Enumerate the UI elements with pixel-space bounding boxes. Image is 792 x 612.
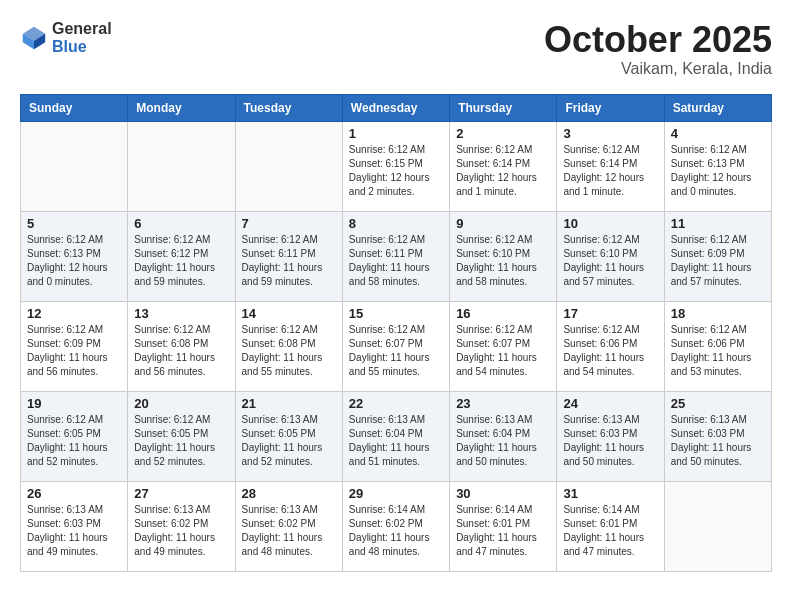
month-title: October 2025 [544, 20, 772, 60]
day-info: Sunrise: 6:12 AMSunset: 6:05 PMDaylight:… [27, 413, 121, 469]
calendar-header-sunday: Sunday [21, 94, 128, 121]
calendar-cell: 25Sunrise: 6:13 AMSunset: 6:03 PMDayligh… [664, 391, 771, 481]
calendar-cell [664, 481, 771, 571]
calendar-week-row: 19Sunrise: 6:12 AMSunset: 6:05 PMDayligh… [21, 391, 772, 481]
calendar-header-saturday: Saturday [664, 94, 771, 121]
day-number: 27 [134, 486, 228, 501]
day-info: Sunrise: 6:12 AMSunset: 6:14 PMDaylight:… [456, 143, 550, 199]
calendar-cell: 23Sunrise: 6:13 AMSunset: 6:04 PMDayligh… [450, 391, 557, 481]
day-info: Sunrise: 6:13 AMSunset: 6:03 PMDaylight:… [27, 503, 121, 559]
day-info: Sunrise: 6:12 AMSunset: 6:07 PMDaylight:… [349, 323, 443, 379]
day-number: 14 [242, 306, 336, 321]
calendar-cell: 14Sunrise: 6:12 AMSunset: 6:08 PMDayligh… [235, 301, 342, 391]
day-info: Sunrise: 6:12 AMSunset: 6:11 PMDaylight:… [242, 233, 336, 289]
day-number: 6 [134, 216, 228, 231]
calendar-cell: 26Sunrise: 6:13 AMSunset: 6:03 PMDayligh… [21, 481, 128, 571]
day-info: Sunrise: 6:12 AMSunset: 6:10 PMDaylight:… [456, 233, 550, 289]
calendar-header-thursday: Thursday [450, 94, 557, 121]
calendar-body: 1Sunrise: 6:12 AMSunset: 6:15 PMDaylight… [21, 121, 772, 571]
day-number: 3 [563, 126, 657, 141]
title-section: October 2025 Vaikam, Kerala, India [544, 20, 772, 78]
day-number: 7 [242, 216, 336, 231]
day-info: Sunrise: 6:12 AMSunset: 6:09 PMDaylight:… [671, 233, 765, 289]
calendar-cell: 11Sunrise: 6:12 AMSunset: 6:09 PMDayligh… [664, 211, 771, 301]
day-info: Sunrise: 6:13 AMSunset: 6:03 PMDaylight:… [563, 413, 657, 469]
day-number: 12 [27, 306, 121, 321]
day-number: 21 [242, 396, 336, 411]
calendar-week-row: 26Sunrise: 6:13 AMSunset: 6:03 PMDayligh… [21, 481, 772, 571]
calendar-cell: 7Sunrise: 6:12 AMSunset: 6:11 PMDaylight… [235, 211, 342, 301]
calendar-cell: 31Sunrise: 6:14 AMSunset: 6:01 PMDayligh… [557, 481, 664, 571]
day-info: Sunrise: 6:12 AMSunset: 6:13 PMDaylight:… [27, 233, 121, 289]
day-info: Sunrise: 6:12 AMSunset: 6:06 PMDaylight:… [671, 323, 765, 379]
page-header: General Blue October 2025 Vaikam, Kerala… [20, 20, 772, 78]
day-number: 31 [563, 486, 657, 501]
day-info: Sunrise: 6:14 AMSunset: 6:02 PMDaylight:… [349, 503, 443, 559]
logo-general-text: General [52, 20, 112, 38]
calendar-cell [128, 121, 235, 211]
day-number: 20 [134, 396, 228, 411]
calendar-cell: 20Sunrise: 6:12 AMSunset: 6:05 PMDayligh… [128, 391, 235, 481]
calendar-cell: 2Sunrise: 6:12 AMSunset: 6:14 PMDaylight… [450, 121, 557, 211]
calendar-cell: 6Sunrise: 6:12 AMSunset: 6:12 PMDaylight… [128, 211, 235, 301]
calendar-cell: 24Sunrise: 6:13 AMSunset: 6:03 PMDayligh… [557, 391, 664, 481]
day-number: 17 [563, 306, 657, 321]
day-number: 13 [134, 306, 228, 321]
day-number: 4 [671, 126, 765, 141]
day-number: 18 [671, 306, 765, 321]
day-number: 15 [349, 306, 443, 321]
calendar-cell [235, 121, 342, 211]
day-info: Sunrise: 6:13 AMSunset: 6:05 PMDaylight:… [242, 413, 336, 469]
day-info: Sunrise: 6:12 AMSunset: 6:12 PMDaylight:… [134, 233, 228, 289]
calendar-cell: 12Sunrise: 6:12 AMSunset: 6:09 PMDayligh… [21, 301, 128, 391]
day-number: 25 [671, 396, 765, 411]
calendar-cell: 18Sunrise: 6:12 AMSunset: 6:06 PMDayligh… [664, 301, 771, 391]
day-number: 10 [563, 216, 657, 231]
logo-text: General Blue [52, 20, 112, 55]
calendar-cell: 8Sunrise: 6:12 AMSunset: 6:11 PMDaylight… [342, 211, 449, 301]
calendar-cell: 30Sunrise: 6:14 AMSunset: 6:01 PMDayligh… [450, 481, 557, 571]
calendar-cell: 1Sunrise: 6:12 AMSunset: 6:15 PMDaylight… [342, 121, 449, 211]
calendar-cell: 29Sunrise: 6:14 AMSunset: 6:02 PMDayligh… [342, 481, 449, 571]
calendar-cell: 27Sunrise: 6:13 AMSunset: 6:02 PMDayligh… [128, 481, 235, 571]
calendar-cell: 3Sunrise: 6:12 AMSunset: 6:14 PMDaylight… [557, 121, 664, 211]
calendar-cell: 22Sunrise: 6:13 AMSunset: 6:04 PMDayligh… [342, 391, 449, 481]
calendar-cell: 4Sunrise: 6:12 AMSunset: 6:13 PMDaylight… [664, 121, 771, 211]
calendar-cell: 28Sunrise: 6:13 AMSunset: 6:02 PMDayligh… [235, 481, 342, 571]
logo-blue-text: Blue [52, 38, 112, 56]
day-info: Sunrise: 6:12 AMSunset: 6:11 PMDaylight:… [349, 233, 443, 289]
day-info: Sunrise: 6:12 AMSunset: 6:14 PMDaylight:… [563, 143, 657, 199]
day-info: Sunrise: 6:12 AMSunset: 6:15 PMDaylight:… [349, 143, 443, 199]
day-number: 22 [349, 396, 443, 411]
day-info: Sunrise: 6:13 AMSunset: 6:04 PMDaylight:… [456, 413, 550, 469]
day-info: Sunrise: 6:12 AMSunset: 6:09 PMDaylight:… [27, 323, 121, 379]
day-number: 24 [563, 396, 657, 411]
day-info: Sunrise: 6:12 AMSunset: 6:08 PMDaylight:… [134, 323, 228, 379]
day-number: 19 [27, 396, 121, 411]
calendar-cell: 9Sunrise: 6:12 AMSunset: 6:10 PMDaylight… [450, 211, 557, 301]
day-number: 11 [671, 216, 765, 231]
day-info: Sunrise: 6:13 AMSunset: 6:02 PMDaylight:… [242, 503, 336, 559]
day-info: Sunrise: 6:12 AMSunset: 6:13 PMDaylight:… [671, 143, 765, 199]
day-info: Sunrise: 6:12 AMSunset: 6:10 PMDaylight:… [563, 233, 657, 289]
calendar-cell: 21Sunrise: 6:13 AMSunset: 6:05 PMDayligh… [235, 391, 342, 481]
calendar-cell: 19Sunrise: 6:12 AMSunset: 6:05 PMDayligh… [21, 391, 128, 481]
day-number: 30 [456, 486, 550, 501]
calendar-header-tuesday: Tuesday [235, 94, 342, 121]
logo-icon [20, 24, 48, 52]
calendar-header-monday: Monday [128, 94, 235, 121]
calendar-week-row: 12Sunrise: 6:12 AMSunset: 6:09 PMDayligh… [21, 301, 772, 391]
day-number: 16 [456, 306, 550, 321]
day-number: 2 [456, 126, 550, 141]
calendar-header-row: SundayMondayTuesdayWednesdayThursdayFrid… [21, 94, 772, 121]
day-info: Sunrise: 6:12 AMSunset: 6:05 PMDaylight:… [134, 413, 228, 469]
calendar-week-row: 1Sunrise: 6:12 AMSunset: 6:15 PMDaylight… [21, 121, 772, 211]
day-number: 1 [349, 126, 443, 141]
logo: General Blue [20, 20, 112, 55]
day-number: 8 [349, 216, 443, 231]
calendar-table: SundayMondayTuesdayWednesdayThursdayFrid… [20, 94, 772, 572]
day-number: 29 [349, 486, 443, 501]
day-number: 23 [456, 396, 550, 411]
calendar-week-row: 5Sunrise: 6:12 AMSunset: 6:13 PMDaylight… [21, 211, 772, 301]
calendar-header-friday: Friday [557, 94, 664, 121]
